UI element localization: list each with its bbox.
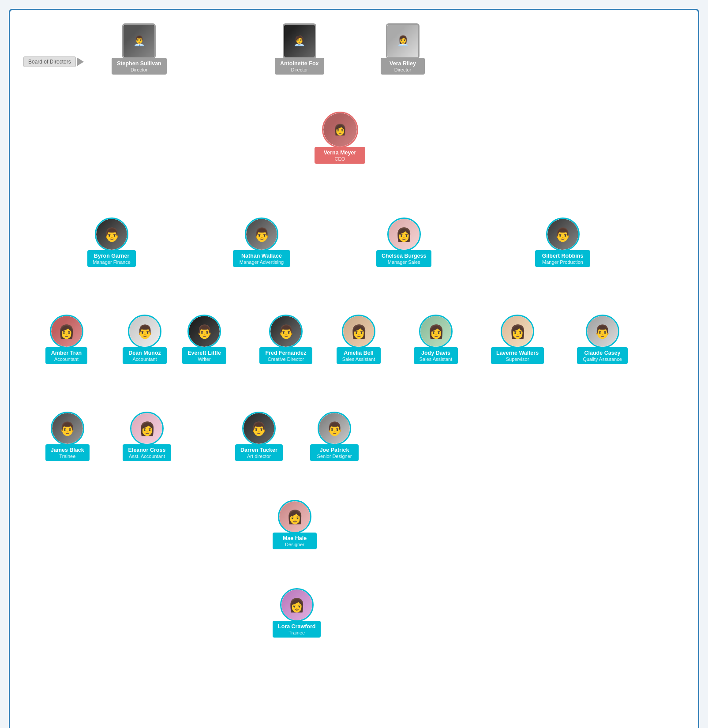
label-vera: Vera Riley Director [381, 58, 425, 75]
avatar-jody: 👩 [419, 315, 453, 348]
label-chelsea: Chelsea Burgess Manager Sales [376, 250, 431, 267]
node-everett[interactable]: 👨 Everett Little Writer [182, 315, 226, 364]
node-lora[interactable]: 👩 Lora Crawford Trainee [273, 588, 321, 638]
label-amelia: Amelia Bell Sales Assistant [337, 347, 381, 364]
avatar-darren: 👨 [242, 412, 276, 445]
label-darren: Darren Tucker Art director [235, 444, 283, 461]
node-verna[interactable]: 👩 Verna Meyer CEO [315, 112, 365, 164]
label-antoinette: Antoinette Fox Director [275, 58, 324, 75]
node-vera[interactable]: 👩‍💼 Vera Riley Director [381, 23, 425, 75]
node-darren[interactable]: 👨 Darren Tucker Art director [235, 412, 283, 461]
label-dean: Dean Munoz Accountant [123, 347, 167, 364]
node-amelia[interactable]: 👩 Amelia Bell Sales Assistant [337, 315, 381, 364]
label-laverne: Laverne Walters Supervisor [491, 347, 544, 364]
avatar-byron: 👨 [95, 218, 128, 251]
label-claude: Claude Casey Quality Assurance [577, 347, 628, 364]
avatar-vera: 👩‍💼 [386, 23, 420, 59]
avatar-joe: 👨 [318, 412, 351, 445]
node-mae[interactable]: 👩 Mae Hale Designer [273, 500, 317, 549]
node-byron[interactable]: 👨 Byron Garner Manager Finance [87, 218, 136, 267]
avatar-dean: 👨 [128, 315, 161, 348]
avatar-everett: 👨 [187, 315, 221, 348]
avatar-chelsea: 👩 [387, 218, 421, 251]
node-chelsea[interactable]: 👩 Chelsea Burgess Manager Sales [376, 218, 431, 267]
node-fred[interactable]: 👨 Fred Fernandez Creative Director [259, 315, 312, 364]
avatar-amelia: 👩 [342, 315, 375, 348]
avatar-verna: 👩 [322, 112, 358, 148]
label-joe: Joe Patrick Senior Designer [310, 444, 359, 461]
avatar-claude: 👨 [586, 315, 619, 348]
label-mae: Mae Hale Designer [273, 533, 317, 549]
node-joe[interactable]: 👨 Joe Patrick Senior Designer [310, 412, 359, 461]
node-laverne[interactable]: 👩 Laverne Walters Supervisor [491, 315, 544, 364]
node-claude[interactable]: 👨 Claude Casey Quality Assurance [577, 315, 628, 364]
avatar-antoinette: 🧑‍💼 [283, 23, 316, 59]
avatar-eleanor: 👩 [130, 412, 164, 445]
node-james[interactable]: 👨 James Black Trainee [45, 412, 90, 461]
node-antoinette[interactable]: 🧑‍💼 Antoinette Fox Director [275, 23, 324, 75]
node-gilbert[interactable]: 👨 Gilbert Robbins Manger Production [535, 218, 590, 267]
avatar-amber: 👩 [50, 315, 83, 348]
avatar-nathan: 👨 [245, 218, 278, 251]
org-chart: Board of Directors [9, 9, 699, 728]
node-stephen[interactable]: 👨‍💼 Stephen Sullivan Director [112, 23, 167, 75]
avatar-james: 👨 [51, 412, 84, 445]
label-everett: Everett Little Writer [182, 347, 226, 364]
avatar-laverne: 👩 [501, 315, 534, 348]
node-dean[interactable]: 👨 Dean Munoz Accountant [123, 315, 167, 364]
avatar-stephen: 👨‍💼 [122, 23, 156, 59]
node-eleanor[interactable]: 👩 Eleanor Cross Asst. Accountant [123, 412, 171, 461]
label-nathan: Nathan Wallace Manager Advertising [233, 250, 290, 267]
label-amber: Amber Tran Accountant [45, 347, 87, 364]
avatar-lora: 👩 [280, 588, 314, 622]
label-byron: Byron Garner Manager Finance [87, 250, 136, 267]
label-eleanor: Eleanor Cross Asst. Accountant [123, 444, 171, 461]
node-nathan[interactable]: 👨 Nathan Wallace Manager Advertising [233, 218, 290, 267]
label-gilbert: Gilbert Robbins Manger Production [535, 250, 590, 267]
node-jody[interactable]: 👩 Jody Davis Sales Assistant [414, 315, 458, 364]
avatar-mae: 👩 [278, 500, 311, 533]
avatar-gilbert: 👨 [546, 218, 580, 251]
label-fred: Fred Fernandez Creative Director [259, 347, 312, 364]
avatar-fred: 👨 [269, 315, 303, 348]
node-amber[interactable]: 👩 Amber Tran Accountant [45, 315, 87, 364]
label-james: James Black Trainee [45, 444, 90, 461]
label-lora: Lora Crawford Trainee [273, 621, 321, 638]
label-jody: Jody Davis Sales Assistant [414, 347, 458, 364]
label-stephen: Stephen Sullivan Director [112, 58, 167, 75]
label-verna: Verna Meyer CEO [315, 147, 365, 164]
chart-area: 👨‍💼 Stephen Sullivan Director 🧑‍💼 Antoin… [19, 23, 689, 720]
